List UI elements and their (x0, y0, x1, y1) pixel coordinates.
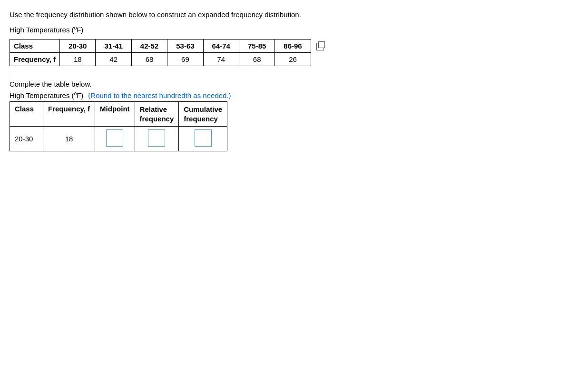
given-table-freq-2: 42 (96, 53, 131, 66)
given-table-freq-6: 68 (239, 53, 274, 66)
given-table-col-5: 64-74 (203, 40, 239, 53)
complete-instruction: Complete the table below. (10, 80, 578, 88)
expanded-frequency-header: Frequency, f (43, 102, 95, 127)
expanded-class-header: Class (10, 102, 43, 127)
given-table-col-2: 31-41 (96, 40, 131, 53)
round-note: (Round to the nearest hundredth as neede… (88, 91, 231, 99)
expanded-cumulative-header: Cumulativefrequency (179, 102, 227, 127)
given-table-freq-4: 69 (167, 53, 203, 66)
row-midpoint-cell (95, 127, 135, 151)
table-row: 20-30 18 (10, 127, 227, 151)
given-table-col-3: 42-52 (131, 40, 167, 53)
given-table-class-header: Class (10, 40, 60, 53)
given-freq-table: Class 20-30 31-41 42-52 53-63 64-74 75-8… (10, 39, 328, 66)
expanded-table-title: High Temperatures (oF) (10, 91, 83, 99)
given-table-freq-7: 26 (275, 53, 311, 66)
section-divider (10, 74, 578, 74)
row-frequency: 18 (43, 127, 95, 151)
given-table-col-6: 75-85 (239, 40, 274, 53)
copy-button[interactable] (311, 40, 328, 53)
given-table-freq-5: 74 (203, 53, 239, 66)
row-relative-cell (135, 127, 179, 151)
expanded-relative-header: Relativefrequency (135, 102, 179, 127)
given-table-freq-label: Frequency, f (10, 53, 60, 66)
instruction-line1: Use the frequency distribution shown bel… (10, 10, 578, 20)
expanded-midpoint-header: Midpoint (95, 102, 135, 127)
expanded-freq-table: Class Frequency, f Midpoint Relativefreq… (10, 101, 227, 151)
given-table-col-7: 86-96 (275, 40, 311, 53)
midpoint-input-box[interactable] (106, 129, 123, 147)
row-cumulative-cell (179, 127, 227, 151)
given-table-freq-1: 18 (60, 53, 96, 66)
expanded-title-row: High Temperatures (oF) (Round to the nea… (10, 91, 578, 99)
copy-icon[interactable] (316, 43, 324, 50)
instruction-line2: High Temperatures (oF) (10, 24, 578, 36)
cumulative-input-box[interactable] (195, 129, 212, 147)
given-table-freq-3: 68 (131, 53, 167, 66)
row-class: 20-30 (10, 127, 43, 151)
relative-input-box[interactable] (148, 129, 165, 147)
given-table-col-4: 53-63 (167, 40, 203, 53)
given-table-col-1: 20-30 (60, 40, 96, 53)
